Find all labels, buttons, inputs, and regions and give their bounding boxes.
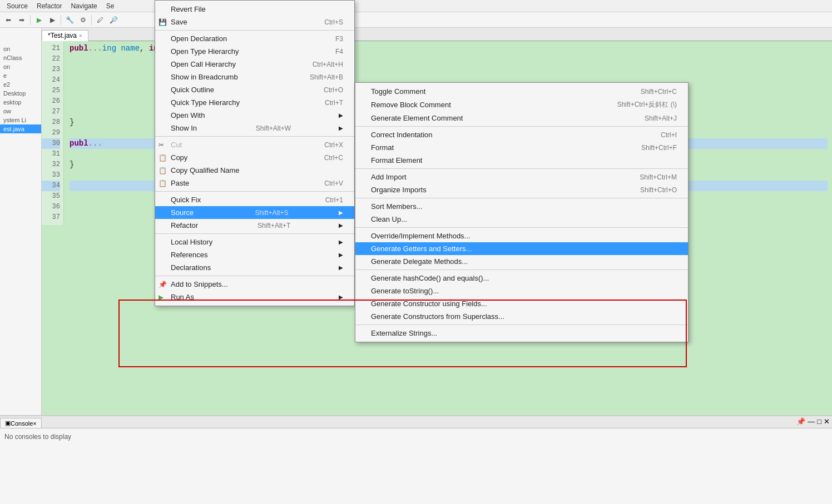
ctx-clean-up[interactable]: Clean Up... (355, 213, 688, 226)
ctx-declarations[interactable]: Declarations ▶ (155, 261, 354, 274)
ctx-override-implement-label: Override/Implement Methods... (371, 232, 470, 240)
top-menubar[interactable]: Source Refactor Navigate Se (0, 0, 832, 12)
menu-se[interactable]: Se (102, 2, 119, 10)
ctx-toggle-comment[interactable]: Toggle Comment Shift+Ctrl+C (355, 85, 688, 98)
ctx-generate-constructor-fields[interactable]: Generate Constructor using Fields... (355, 297, 688, 310)
ctx-declarations-label: Declarations (171, 263, 211, 272)
console-tab-close[interactable]: × (33, 420, 36, 427)
ctx-organize-imports-label: Organize Imports (371, 186, 427, 194)
ctx-show-in[interactable]: Show In Shift+Alt+W ▶ (155, 122, 354, 134)
ctx-quick-outline[interactable]: Quick Outline Ctrl+O (155, 83, 354, 96)
menu-source[interactable]: Source (2, 2, 32, 10)
ctx-quick-type-hierarchy[interactable]: Quick Type Hierarchy Ctrl+T (155, 96, 354, 109)
ctx-cut[interactable]: ✂ Cut Ctrl+X (155, 138, 354, 151)
tab-close-icon[interactable]: × (79, 33, 82, 39)
ctx-run-as-label: Run As (171, 293, 194, 301)
ctx-generate-constructors-superclass-label: Generate Constructors from Superclass... (371, 312, 504, 321)
ctx-open-call-hierarchy[interactable]: Open Call Hierarchy Ctrl+Alt+H (155, 58, 354, 71)
ctx-quick-type-hierarchy-label: Quick Type Hierarchy (171, 98, 240, 107)
ctx-paste[interactable]: 📋 Paste Ctrl+V (155, 177, 354, 189)
menu-navigate[interactable]: Navigate (66, 2, 101, 10)
toolbar-btn4[interactable]: ⚙ (77, 14, 89, 26)
toolbar-back[interactable]: ⬅ (2, 14, 14, 26)
sidebar-item-5[interactable]: Desktop (0, 89, 41, 98)
ctx-refactor[interactable]: Refactor Shift+Alt+T ▶ (155, 219, 354, 232)
ctx-refactor-arrow: ▶ (339, 222, 343, 228)
ctx-copy[interactable]: 📋 Copy Ctrl+C (155, 151, 354, 164)
ctx-generate-element-comment[interactable]: Generate Element Comment Shift+Alt+J (355, 112, 688, 124)
ctx-sort-members[interactable]: Sort Members... (355, 200, 688, 213)
toolbar-btn3[interactable]: 🔧 (63, 14, 76, 26)
ctx-generate-hashcode-equals[interactable]: Generate hashCode() and equals()... (355, 272, 688, 285)
ctx-override-implement[interactable]: Override/Implement Methods... (355, 229, 688, 242)
ctx-references-arrow: ▶ (339, 252, 343, 258)
console-pin-icon[interactable]: 📌 (796, 417, 805, 426)
ctx-open-with[interactable]: Open With ▶ (155, 109, 354, 122)
ctx-run-as[interactable]: ▶ Run As ▶ (155, 291, 354, 303)
ctx-local-history[interactable]: Local History ▶ (155, 236, 354, 248)
copy-qual-icon: 📋 (159, 167, 167, 174)
ctx-revert-file[interactable]: Revert File (155, 3, 354, 16)
toolbar-btn5[interactable]: 🖊 (94, 14, 106, 26)
toolbar-forward[interactable]: ➡ (16, 14, 28, 26)
ctx-organize-imports[interactable]: Organize Imports Shift+Ctrl+O (355, 183, 688, 196)
ctx-add-import-label: Add Import (371, 173, 407, 181)
ctx-generate-tostring[interactable]: Generate toString()... (355, 285, 688, 297)
ctx-generate-getters-setters-label: Generate Getters and Setters... (371, 244, 472, 253)
ctx-show-breadcrumb[interactable]: Show in Breadcrumb Shift+Alt+B (155, 71, 354, 83)
ctx-references[interactable]: References ▶ (155, 248, 354, 261)
console-tab-bar: ▣ Console × 📌 — □ ✕ (0, 416, 832, 428)
toolbar-run2[interactable]: ▶ (46, 14, 58, 26)
ctx-save[interactable]: 💾 Save Ctrl+S (155, 16, 354, 28)
ctx-copy-qualified-name[interactable]: 📋 Copy Qualified Name (155, 164, 354, 177)
ctx-generate-hashcode-equals-label: Generate hashCode() and equals()... (371, 274, 489, 282)
ctx-show-in-arrow: ▶ (339, 125, 343, 131)
ctx-generate-constructors-superclass[interactable]: Generate Constructors from Superclass... (355, 310, 688, 323)
sidebar-item-2[interactable]: on (0, 62, 41, 71)
ctx-sep2 (155, 136, 354, 137)
console-no-display-text: No consoles to display (4, 433, 71, 441)
sidebar-item-8[interactable]: ystem Li (0, 116, 41, 124)
console-close-icon[interactable]: ✕ (824, 417, 830, 426)
console-minimize-icon[interactable]: — (808, 417, 815, 426)
tab-label: *Test.java (48, 32, 77, 39)
context-menu-left: Revert File 💾 Save Ctrl+S Open Declarati… (155, 0, 355, 306)
ctx-open-call-hierarchy-label: Open Call Hierarchy (171, 60, 236, 68)
ctx-add-import[interactable]: Add Import Shift+Ctrl+M (355, 171, 688, 183)
ctx-source[interactable]: Source Shift+Alt+S ▶ (155, 206, 354, 219)
menu-refactor[interactable]: Refactor (32, 2, 66, 10)
ctx-local-history-arrow: ▶ (339, 239, 343, 245)
sidebar-item-9[interactable]: est.java (0, 124, 41, 133)
ctx-format-element-label: Format Element (371, 156, 422, 164)
console-maximize-icon[interactable]: □ (817, 417, 821, 426)
ctx-right-sep6 (355, 325, 688, 325)
tab-test-java[interactable]: *Test.java × (42, 30, 88, 41)
console-tab[interactable]: ▣ Console × (0, 418, 42, 428)
sidebar-item-0[interactable]: on (0, 44, 41, 53)
ctx-save-label: Save (171, 18, 187, 26)
ctx-format-element[interactable]: Format Element (355, 154, 688, 167)
ctx-correct-indentation-shortcut: Ctrl+I (661, 131, 677, 139)
toolbar-btn6[interactable]: 🔎 (107, 14, 120, 26)
ctx-add-snippets[interactable]: 📌 Add to Snippets... (155, 278, 354, 291)
save-icon: 💾 (159, 18, 167, 26)
sidebar-item-7[interactable]: ow (0, 107, 41, 116)
ctx-generate-element-comment-shortcut: Shift+Alt+J (645, 114, 677, 122)
sidebar-item-6[interactable]: esktop (0, 98, 41, 107)
ctx-generate-getters-setters[interactable]: Generate Getters and Setters... (355, 242, 688, 255)
ctx-format[interactable]: Format Shift+Ctrl+F (355, 141, 688, 154)
console-icons: 📌 — □ ✕ (796, 417, 830, 426)
ctx-remove-block-comment[interactable]: Remove Block Comment Shift+Ctrl+反斜杠 (\) (355, 98, 688, 112)
ctx-open-type-hierarchy[interactable]: Open Type Hierarchy F4 (155, 45, 354, 58)
ctx-generate-delegate-methods[interactable]: Generate Delegate Methods... (355, 255, 688, 268)
sidebar-item-4[interactable]: e2 (0, 80, 41, 89)
ctx-quick-fix[interactable]: Quick Fix Ctrl+1 (155, 193, 354, 206)
ctx-generate-delegate-methods-label: Generate Delegate Methods... (371, 257, 468, 266)
sidebar-item-3[interactable]: e (0, 71, 41, 80)
ctx-externalize-strings[interactable]: Externalize Strings... (355, 327, 688, 340)
ctx-add-import-shortcut: Shift+Ctrl+M (640, 173, 677, 181)
toolbar-run[interactable]: ▶ (33, 14, 45, 26)
sidebar-item-1[interactable]: nClass (0, 53, 41, 62)
ctx-open-declaration[interactable]: Open Declaration F3 (155, 32, 354, 45)
ctx-correct-indentation[interactable]: Correct Indentation Ctrl+I (355, 128, 688, 141)
